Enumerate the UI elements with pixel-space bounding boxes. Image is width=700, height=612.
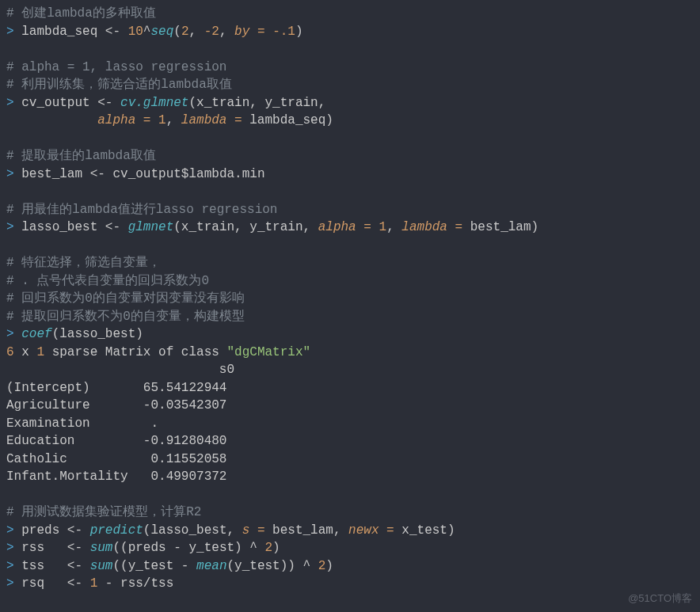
comment-line: # 创建lambda的多种取值 xyxy=(6,6,156,21)
prompt: > xyxy=(6,167,14,181)
prompt: > xyxy=(6,559,14,573)
code-token: alpha = xyxy=(318,220,379,234)
code-token: (x_train, y_train, xyxy=(173,220,318,234)
code-token xyxy=(82,523,90,538)
code-token: tss xyxy=(21,559,67,573)
code-token: <- xyxy=(67,523,82,538)
code-token: newx = xyxy=(348,523,401,538)
code-token: predict xyxy=(90,523,143,538)
code-token: cv_output xyxy=(105,167,181,181)
code-token: (x_train, y_train, xyxy=(188,96,325,110)
output-line: s0 xyxy=(6,363,234,377)
prompt: > xyxy=(6,25,14,39)
code-token xyxy=(6,113,97,127)
code-token: <- xyxy=(67,541,82,555)
code-token: (y_test)) ^ xyxy=(226,559,318,573)
code-token: x_test) xyxy=(401,523,455,538)
code-token: ) xyxy=(272,541,280,555)
code-token: by = xyxy=(234,25,272,39)
code-token: cv_output xyxy=(21,96,97,110)
prompt: > xyxy=(6,96,14,110)
code-token: , xyxy=(386,220,401,234)
comment-line: # 提取最佳的lambda取值 xyxy=(6,149,156,163)
code-editor[interactable]: # 创建lambda的多种取值 > lambda_seq <- 10^seq(2… xyxy=(0,0,700,598)
code-token: 2 xyxy=(264,541,272,555)
code-token: <- xyxy=(105,25,120,39)
code-token: <- xyxy=(97,96,112,110)
code-token: s = xyxy=(242,523,272,538)
code-token: lasso_best xyxy=(21,220,105,234)
code-token: glmnet xyxy=(128,220,174,234)
output-line: 6 xyxy=(6,345,14,359)
output-line: 1 xyxy=(36,345,44,359)
code-token: best_lam xyxy=(21,167,89,181)
code-token: (lasso_best, xyxy=(143,523,242,538)
code-token: - rss/tss xyxy=(97,576,173,591)
output-line: sparse Matrix of class xyxy=(44,345,226,359)
comment-line: # 回归系数为0的自变量对因变量没有影响 xyxy=(6,291,245,306)
comment-line: # 用最佳的lambda值进行lasso regression xyxy=(6,203,277,217)
prompt: > xyxy=(6,541,14,555)
code-token: seq xyxy=(150,25,173,39)
prompt: > xyxy=(6,576,14,591)
code-token: lambda = xyxy=(181,113,249,127)
code-token: ((preds - y_test) ^ xyxy=(112,541,264,555)
code-token: -2 xyxy=(204,25,219,39)
code-token: ) xyxy=(295,25,303,39)
code-token: lambda = xyxy=(401,220,470,234)
code-token: , xyxy=(166,113,181,127)
code-token xyxy=(120,220,128,234)
output-line: Catholic 0.11552058 xyxy=(6,452,226,466)
code-token: 1 xyxy=(90,576,98,591)
output-line: Agriculture -0.03542307 xyxy=(6,398,226,412)
code-token: <- xyxy=(67,559,82,573)
code-token: mean xyxy=(196,559,226,573)
code-token: 10 xyxy=(120,25,143,39)
comment-line: # 利用训练集，筛选合适的lambda取值 xyxy=(6,78,232,92)
output-line: x xyxy=(14,345,37,359)
comment-line: # 特征选择，筛选自变量， xyxy=(6,256,161,270)
code-token: <- xyxy=(90,167,105,181)
code-token: 2 xyxy=(318,559,326,573)
prompt: > xyxy=(6,523,14,538)
code-token xyxy=(82,559,90,573)
output-line: (Intercept) 65.54122944 xyxy=(6,381,226,395)
code-token: ( xyxy=(173,25,181,39)
code-token: alpha = xyxy=(97,113,158,127)
code-token: sum xyxy=(90,559,113,573)
code-token: lambda_seq) xyxy=(249,113,333,127)
code-token: , xyxy=(219,25,234,39)
comment-line: # . 点号代表自变量的回归系数为0 xyxy=(6,274,209,288)
output-line: Examination . xyxy=(6,416,226,431)
code-token xyxy=(82,576,90,591)
prompt: > xyxy=(6,327,14,341)
comment-line: # alpha = 1, lasso regression xyxy=(6,60,226,74)
code-token: rsq xyxy=(21,576,67,591)
code-token: cv.glmnet xyxy=(120,96,188,110)
output-line: Education -0.91280480 xyxy=(6,434,226,448)
code-token: sum xyxy=(90,541,113,555)
output-line: Infant.Mortality 0.49907372 xyxy=(6,469,226,484)
comment-line: # 用测试数据集验证模型，计算R2 xyxy=(6,505,201,519)
code-token: best_lam) xyxy=(470,220,538,234)
code-token: preds xyxy=(21,523,67,538)
code-token xyxy=(112,96,120,110)
code-token xyxy=(82,541,90,555)
code-token: coef xyxy=(21,327,51,341)
code-token: lambda_seq xyxy=(21,25,105,39)
code-token: 1 xyxy=(158,113,166,127)
code-token: lambda.min xyxy=(188,167,264,181)
output-line: "dgCMatrix" xyxy=(226,345,310,359)
code-token: <- xyxy=(67,576,82,591)
code-token: <- xyxy=(105,220,120,234)
code-token: rss xyxy=(21,541,67,555)
code-token: ) xyxy=(325,559,333,573)
prompt: > xyxy=(6,220,14,234)
code-token: 2 xyxy=(181,25,189,39)
comment-line: # 提取回归系数不为0的自变量，构建模型 xyxy=(6,310,245,324)
code-token: 1 xyxy=(379,220,387,234)
code-token: (lasso_best) xyxy=(52,327,143,341)
code-token: best_lam, xyxy=(272,523,348,538)
code-token: -.1 xyxy=(272,25,295,39)
code-token: , xyxy=(189,25,204,39)
